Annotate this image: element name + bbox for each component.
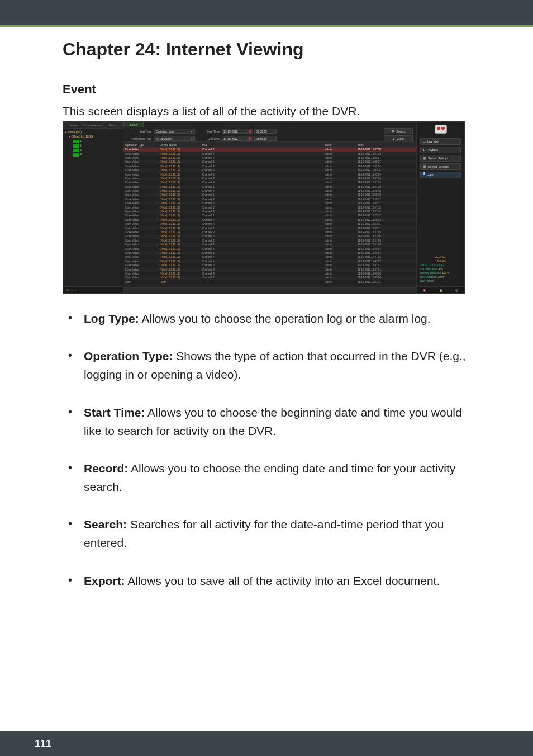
operation-type-select[interactable]: All Operation▾	[154, 136, 195, 141]
table-row[interactable]: Close VideoOffice(10.1.10.13)Channel: 2a…	[123, 234, 416, 238]
definition-item: Export: Allows you to save all of the ac…	[84, 571, 468, 590]
col-user[interactable]: User	[323, 142, 356, 147]
start-date-input[interactable]: 11-19-2012	[222, 129, 253, 134]
page-footer: 111	[0, 731, 533, 756]
end-time-input[interactable]: 23:59:59	[254, 136, 277, 141]
owl-logo-icon	[435, 125, 447, 134]
table-row[interactable]: Close VideoOffice(10.1.10.13)Channel: 2a…	[123, 168, 416, 172]
remove-icon[interactable]: −	[75, 289, 77, 292]
calendar-icon	[249, 130, 251, 133]
table-row[interactable]: Close VideoOffice(10.1.10.13)Channel: 1a…	[123, 251, 416, 255]
header-band	[0, 0, 533, 27]
export-icon: ⭳	[392, 137, 395, 140]
tree-ch2[interactable]: 2	[65, 143, 121, 148]
device-tree-panel: Device Channel group Patrol ▸ Office (1/…	[63, 122, 123, 293]
table-row[interactable]: Close VideoOffice(10.1.10.13)Channel: 3a…	[123, 263, 416, 267]
table-row[interactable]: Close VideoOffice(10.1.10.13)Channel: 1a…	[123, 185, 416, 189]
add-icon[interactable]: +	[71, 289, 73, 292]
table-row[interactable]: Open VideoOffice(10.1.10.13)Channel: 2ad…	[123, 205, 416, 209]
export-button[interactable]: ⭳Export	[384, 135, 413, 141]
monitor-icon: ▭	[423, 140, 426, 143]
table-row[interactable]: Open VideoOffice(10.1.10.13)Channel: 3ad…	[123, 210, 416, 214]
end-date-input[interactable]: 11-19-2012	[222, 136, 253, 141]
table-row[interactable]: Open VideoOffice(10.1.10.13)Channel: 2ad…	[123, 172, 416, 176]
table-row[interactable]: Close VideoOffice(10.1.10.13)Channel: 4a…	[123, 152, 416, 155]
definition-item: Record: Allows you to choose the ending …	[84, 459, 468, 496]
left-tab-channel-group[interactable]: Channel group	[83, 122, 103, 128]
start-time-input[interactable]: 00:00:00	[254, 129, 277, 134]
table-row[interactable]: Close VideoOffice(10.1.10.13)Channel: 4a…	[123, 218, 416, 222]
table-row[interactable]: Open VideoOffice(10.1.10.13)Channel: 4ad…	[123, 255, 416, 259]
section-title: Event	[63, 82, 533, 97]
left-tab-patrol[interactable]: Patrol	[103, 122, 123, 128]
definition-item: Operation Type: Shows the type of action…	[84, 347, 468, 384]
lock-icon[interactable]: 🔒	[439, 289, 442, 292]
status-block: ViewClient 1.0.0.626 2012-11-19 13:17:40…	[420, 256, 461, 283]
table-row[interactable]: Close VideoOffice(10.1.10.13)Channel: 4a…	[123, 181, 416, 185]
table-row[interactable]: Open VideoOffice(10.1.10.13)Channel: 4ad…	[123, 189, 416, 193]
left-tab-device[interactable]: Device	[63, 122, 83, 128]
tree-ch4[interactable]: 4	[65, 152, 121, 157]
table-row[interactable]: Close VideoOffice(10.1.10.13)Channel: 2a…	[123, 267, 416, 271]
page-number: 111	[35, 738, 51, 750]
table-row[interactable]: Close VideoOffice(10.1.10.13)Channel: 2a…	[123, 201, 416, 205]
definitions-list: Log Type: Allows you to choose the opera…	[84, 309, 468, 590]
table-row[interactable]: Close VideoOffice(10.1.10.13)Channel: 3a…	[123, 230, 416, 234]
refresh-icon[interactable]: ↻	[66, 289, 69, 292]
table-row[interactable]: Open VideoOffice(10.1.10.13)Channel: 1ad…	[123, 226, 416, 230]
table-row[interactable]: Open VideoOffice(10.1.10.13)Channel: 1ad…	[123, 193, 416, 197]
event-main-panel: Event Log Type Operation Log▾ Start Time…	[123, 122, 416, 293]
calendar-icon	[249, 137, 251, 140]
status-datetime: 2012-11-19 13:17:40	[420, 263, 461, 267]
status-user: User: admin	[420, 279, 461, 283]
tree-ch1[interactable]: 1	[65, 139, 121, 143]
playback-button[interactable]: ▶Playback	[420, 147, 461, 153]
side-panel: ▭Live View ▶Playback System Settings Rem…	[416, 122, 464, 293]
event-button[interactable]: ≣Event	[420, 172, 461, 178]
col-device-name[interactable]: Device Name	[158, 142, 201, 147]
col-time[interactable]: Time	[356, 142, 411, 147]
table-row[interactable]: Close VideoOffice(10.1.10.13)Channel: 3a…	[123, 164, 416, 168]
dvr-event-screenshot: Device Channel group Patrol ▸ Office (1/…	[63, 121, 465, 294]
tree-toolbar: ↻ + −	[63, 286, 123, 293]
table-row[interactable]: Close VideoOffice(10.1.10.13)Channel: 1a…	[123, 148, 416, 152]
table-row[interactable]: Open VideoOffice(10.1.10.13)Channel: 1ad…	[123, 259, 416, 263]
tree-device[interactable]: ▾ Office(10.1.10.13)	[65, 134, 121, 139]
col-info[interactable]: Info	[201, 142, 323, 147]
center-tab-event[interactable]: Event	[123, 122, 144, 127]
table-row[interactable]: Open VideoOffice(10.1.10.13)Channel: 4ad…	[123, 222, 416, 226]
log-type-label: Log Type	[123, 130, 154, 133]
search-icon: 🔍	[392, 130, 395, 133]
live-view-button[interactable]: ▭Live View	[420, 138, 461, 145]
table-row[interactable]: Close VideoOffice(10.1.10.13)Channel: 4a…	[123, 247, 416, 251]
table-row[interactable]: Open VideoOffice(10.1.10.13)Channel: 3ad…	[123, 177, 416, 181]
table-row[interactable]: Open VideoOffice(10.1.10.13)Channel: 4ad…	[123, 156, 416, 160]
system-settings-button[interactable]: System Settings	[420, 155, 461, 162]
table-row[interactable]: Close VideoOffice(10.1.10.13)Channel: 3a…	[123, 197, 416, 201]
table-header: Operation Type Device Name Info User Tim…	[123, 142, 416, 148]
mute-icon[interactable]: 🔇	[423, 289, 426, 292]
table-row[interactable]: Open VideoOffice(10.1.10.13)Channel: 3ad…	[123, 272, 416, 276]
chevron-down-icon: ▾	[191, 130, 193, 133]
table-row[interactable]: Open VideoOffice(10.1.10.13)Channel: 2ad…	[123, 239, 416, 243]
definition-item: Log Type: Allows you to choose the opera…	[84, 309, 468, 328]
tree-ch3[interactable]: 3	[65, 148, 121, 152]
remote-settings-button[interactable]: Remote Settings	[420, 163, 461, 170]
brand-area	[417, 122, 464, 136]
table-row[interactable]: Open VideoOffice(10.1.10.13)Channel: 2ad…	[123, 276, 416, 280]
events-table: Operation Type Device Name Info User Tim…	[123, 142, 416, 287]
search-button[interactable]: 🔍Search	[384, 128, 413, 134]
power-icon[interactable]: ⏻	[455, 289, 458, 292]
table-row[interactable]: Open VideoOffice(10.1.10.13)Channel: 3ad…	[123, 243, 416, 247]
center-status-bar	[123, 287, 416, 293]
table-row[interactable]: Close VideoOffice(10.1.10.13)Channel: 1a…	[123, 214, 416, 218]
log-type-select[interactable]: Operation Log▾	[154, 129, 195, 134]
gear-icon	[423, 165, 426, 168]
status-version: 1.0.0.626	[420, 259, 461, 263]
table-row[interactable]: Open VideoOffice(10.1.10.13)Channel: 1ad…	[123, 160, 416, 164]
tree-root[interactable]: ▸ Office (1/1)	[65, 130, 121, 134]
definition-item: Start Time: Allows you to choose the beg…	[84, 403, 468, 440]
list-icon: ≣	[423, 173, 425, 177]
col-operation-type[interactable]: Operation Type	[123, 142, 158, 147]
table-row[interactable]: LoginClientadmin11-19-2012 10:27:11	[123, 280, 416, 284]
